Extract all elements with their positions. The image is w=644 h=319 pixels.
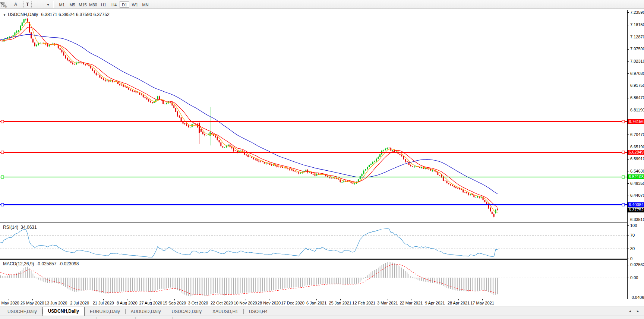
tab-scroll-right-button[interactable]: ▸ [637,309,639,313]
tab-separator [273,309,273,314]
tab-xauusd-h1[interactable]: XAUUSD,H1 [207,307,243,316]
panel-separator[interactable] [0,222,627,222]
cursor-tool-button[interactable] [35,1,44,8]
date-label: 13 Jun 2020 [45,301,67,305]
timeframe-button-m1[interactable]: M1 [57,1,67,8]
date-label: 3 Oct 2020 [188,301,208,305]
scale-tick-mark [628,183,629,184]
date-label: 27 Aug 2020 [139,301,162,305]
hline-price-label: 6.62849 [628,150,644,155]
date-tick-mark [32,299,33,300]
rsi-name: RSI(14) [3,225,18,230]
chart-window: ▼USDCNH,Daily6.38171 6.38524 6.37590 6.3… [0,9,644,306]
date-label: 12 Feb 2021 [352,301,375,305]
timeframe-button-m30[interactable]: M30 [88,1,98,8]
timeframe-button-w1[interactable]: W1 [130,1,140,8]
price-tick-label: 6.86470 [630,95,644,100]
date-tick-mark [246,299,246,300]
rsi-current-value: 34.0631 [20,225,37,230]
date-label: 26 May 2020 [20,301,44,305]
macd-main-value: -0.025857 [36,261,56,266]
scale-tick-mark [628,73,629,74]
date-tick-mark [198,299,198,300]
scale-tick-mark [628,265,629,265]
date-label: 3 Mar 2021 [377,301,398,305]
tab-usoil-h4[interactable]: USOil,H4 [244,307,273,316]
status-divider [172,317,173,319]
hline-handle[interactable] [1,176,4,179]
text-label-tool-button[interactable]: T [23,1,32,8]
price-tick-label: 6.91750 [630,83,644,88]
scale-tick-mark [628,220,629,220]
scale-tick-mark [628,25,629,25]
toolbar: F A T ▾ M1M5M15M30H1H4D1W1MN [0,0,644,9]
tab-usdcad-daily[interactable]: USDCAD,Daily [166,307,207,316]
price-tick-label: 6.54630 [630,169,644,174]
rsi-tick-label: 30 [630,246,644,251]
price-tick-label: 6.97030 [630,71,644,76]
panel-separator[interactable] [0,259,627,259]
timeframe-button-h4[interactable]: H4 [109,1,119,8]
tool-dropdown-caret[interactable]: ▾ [45,1,51,8]
scale-tick-mark [628,196,629,196]
scale-tick-mark [628,61,629,62]
date-label: 15 Sep 2020 [163,301,186,305]
rsi-panel[interactable] [0,223,627,259]
price-tick-label: 7.23590 [630,10,644,15]
date-tick-mark [174,299,175,300]
hline-handle[interactable] [1,120,4,123]
date-label: 28 Nov 2020 [258,301,281,305]
hline-handle[interactable] [622,203,625,206]
hline-handle[interactable] [622,176,625,179]
hline-handle[interactable] [1,151,4,154]
rsi-line [0,229,498,258]
price-tick-label: 6.70470 [630,132,644,137]
ma-mid-line [0,27,498,207]
timeframe-button-d1[interactable]: D1 [120,1,129,8]
date-tick-mark [388,299,388,300]
timeframe-button-m15[interactable]: M15 [78,1,88,8]
macd-signal-value: -0.023098 [59,261,79,266]
macd-tick-label: 0.00 [630,275,644,280]
date-label: 21 Jul 2020 [93,301,114,305]
timeframe-button-h1[interactable]: H1 [99,1,108,8]
font-tool-button[interactable]: A [12,1,20,8]
current-price-label: 6.37752 [628,208,644,212]
chart-title: ▼USDCNH,Daily6.38171 6.38524 6.37590 6.3… [3,12,110,17]
timeframe-button-mn[interactable]: MN [141,1,150,8]
timeframe-button-m5[interactable]: M5 [67,1,77,8]
ma-fast-line [0,22,498,212]
main-price-chart[interactable] [0,10,627,222]
status-divider [57,317,57,319]
tab-usdchf-daily[interactable]: USDCHF,Daily [2,307,42,316]
date-tick-mark [103,299,104,300]
hline-price-label: 6.40084 [628,202,644,207]
tab-scroll-left-button[interactable]: ◂ [629,309,631,313]
date-tick-mark [364,299,364,300]
date-axis[interactable]: 7 May 202026 May 202013 Jun 20202 Jul 20… [0,299,627,306]
macd-tick-label: 0.025623 [630,262,644,267]
date-tick-mark [316,299,317,300]
hline-handle[interactable] [1,203,4,206]
date-tick-mark [9,299,9,300]
date-label: 10 Nov 2020 [234,301,257,305]
hline-handle[interactable] [622,120,625,123]
macd-histogram [0,262,498,297]
price-tick-label: 6.59910 [630,157,644,161]
scale-tick-mark [628,259,629,259]
scale-tick-mark [628,12,629,13]
hline-handle[interactable] [622,151,625,154]
tab-usdcnh-daily[interactable]: USDCNH,Daily [42,307,85,316]
date-tick-mark [222,299,222,300]
scale-tick-mark [628,278,629,278]
scale-tick-mark [628,159,629,160]
scale-tick-mark [628,49,629,50]
tab-audusd-daily[interactable]: AUDUSD,Daily [126,307,166,316]
macd-panel[interactable] [0,260,627,299]
scale-tick-mark [628,236,629,236]
date-tick-mark [293,299,293,300]
status-divider [96,317,97,319]
scale-tick-mark [628,37,629,37]
tab-eurusd-daily[interactable]: EURUSD,Daily [85,307,125,316]
symbol-menu-caret[interactable]: ▼ [3,13,6,17]
